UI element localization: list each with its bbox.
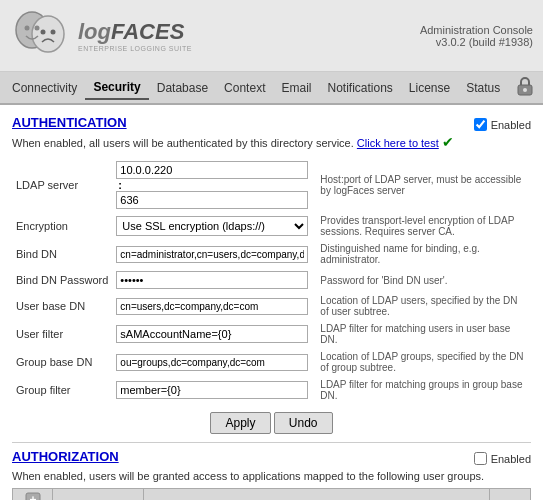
bind-dn-pwd-input[interactable] xyxy=(116,271,308,289)
admin-console-text: Administration Console v3.0.2 (build #19… xyxy=(420,24,533,48)
bind-dn-label: Bind DN xyxy=(12,240,112,268)
authorization-enabled-text: Enabled xyxy=(491,453,531,465)
logo-subtitle: ENTERPRISE LOGGING SUITE xyxy=(78,45,192,52)
ldap-server-inputs: : xyxy=(112,158,312,212)
lock-icon xyxy=(511,72,539,103)
bind-dn-input-cell xyxy=(112,240,312,268)
nav-bar: Connectivity Security Database Context E… xyxy=(0,72,543,105)
svg-point-3 xyxy=(35,26,40,31)
available-groups-col-header: Available groups xyxy=(53,489,144,501)
user-filter-desc: LDAP filter for matching users in user b… xyxy=(312,320,531,348)
nav-notifications[interactable]: Notifications xyxy=(319,77,400,99)
nav-email[interactable]: Email xyxy=(273,77,319,99)
auth-enabled-label[interactable]: Enabled xyxy=(474,118,531,131)
user-filter-input[interactable] xyxy=(116,325,308,343)
nav-context[interactable]: Context xyxy=(216,77,273,99)
nav-database[interactable]: Database xyxy=(149,77,216,99)
group-base-dn-row: Group base DN Location of LDAP groups, s… xyxy=(12,348,531,376)
group-base-dn-input-cell xyxy=(112,348,312,376)
group-base-dn-input[interactable] xyxy=(116,354,308,371)
authorization-title: AUTHORIZATION xyxy=(12,449,119,464)
nav-security[interactable]: Security xyxy=(85,76,148,100)
user-base-dn-input[interactable] xyxy=(116,298,308,315)
groups-table-header-row: + ✎ Available groups Application names. … xyxy=(13,489,531,501)
authorization-enabled-checkbox[interactable] xyxy=(474,452,487,465)
bind-dn-password-row: Bind DN Password Password for 'Bind DN u… xyxy=(12,268,531,292)
group-filter-input[interactable] xyxy=(116,381,308,399)
click-here-link[interactable]: Click here to test xyxy=(357,137,439,149)
header: logFACES ENTERPRISE LOGGING SUITE Admini… xyxy=(0,0,543,72)
authorization-header: AUTHORIZATION Enabled xyxy=(12,449,531,468)
auth-title: AUTHENTICATION xyxy=(12,115,127,130)
svg-point-5 xyxy=(51,30,56,35)
bind-dn-pwd-input-cell xyxy=(112,268,312,292)
ldap-server-label: LDAP server xyxy=(12,158,112,212)
auth-enabled-text: Enabled xyxy=(491,119,531,131)
section-divider xyxy=(12,442,531,443)
delete-col-header: Delete xyxy=(489,489,530,501)
app-names-col-header: Application names. Use comma separator o… xyxy=(143,489,489,501)
authorization-desc: When enabled, users will be granted acce… xyxy=(12,470,531,482)
auth-desc: When enabled, all users will be authenti… xyxy=(12,134,531,150)
logo-text: logFACES ENTERPRISE LOGGING SUITE xyxy=(78,19,192,52)
user-filter-input-cell xyxy=(112,320,312,348)
svg-text:+: + xyxy=(29,493,36,500)
authorization-enabled-label[interactable]: Enabled xyxy=(474,452,531,465)
bind-dn-pwd-desc: Password for 'Bind DN user'. xyxy=(312,268,531,292)
groups-icon-col-header: + ✎ xyxy=(13,489,53,501)
ldap-server-desc: Host:port of LDAP server, must be access… xyxy=(312,158,531,212)
bind-dn-desc: Distinguished name for binding, e.g. adm… xyxy=(312,240,531,268)
auth-buttons: Apply Undo xyxy=(12,412,531,434)
bind-dn-input[interactable] xyxy=(116,246,308,263)
ldap-host-input[interactable] xyxy=(116,161,308,179)
svg-point-2 xyxy=(25,26,30,31)
svg-point-4 xyxy=(41,30,46,35)
user-filter-label: User filter xyxy=(12,320,112,348)
group-base-dn-desc: Location of LDAP groups, specified by th… xyxy=(312,348,531,376)
bind-dn-pwd-label: Bind DN Password xyxy=(12,268,112,292)
encryption-row: Encryption Use SSL encryption (ldaps://)… xyxy=(12,212,531,240)
add-group-icon: + xyxy=(25,492,41,500)
ldap-server-row: LDAP server : Host:port of LDAP server, … xyxy=(12,158,531,212)
group-filter-row: Group filter LDAP filter for matching gr… xyxy=(12,376,531,404)
logo-faces: FACES xyxy=(111,19,184,44)
encryption-select[interactable]: Use SSL encryption (ldaps://) No encrypt… xyxy=(116,216,308,236)
encryption-label: Encryption xyxy=(12,212,112,240)
auth-undo-button[interactable]: Undo xyxy=(274,412,333,434)
encryption-desc: Provides transport-level encryption of L… xyxy=(312,212,531,240)
user-base-dn-label: User base DN xyxy=(12,292,112,320)
user-base-dn-input-cell xyxy=(112,292,312,320)
auth-form-table: LDAP server : Host:port of LDAP server, … xyxy=(12,158,531,404)
user-base-dn-desc: Location of LDAP users, specified by the… xyxy=(312,292,531,320)
user-base-dn-row: User base DN Location of LDAP users, spe… xyxy=(12,292,531,320)
svg-point-1 xyxy=(32,16,64,52)
main-content: AUTHENTICATION Enabled When enabled, all… xyxy=(0,105,543,500)
group-base-dn-label: Group base DN xyxy=(12,348,112,376)
encryption-select-cell: Use SSL encryption (ldaps://) No encrypt… xyxy=(112,212,312,240)
group-filter-label: Group filter xyxy=(12,376,112,404)
logo-icon xyxy=(10,8,70,63)
bind-dn-row: Bind DN Distinguished name for binding, … xyxy=(12,240,531,268)
groups-table: + ✎ Available groups Application names. … xyxy=(12,488,531,500)
ldap-port-input[interactable] xyxy=(116,191,308,209)
user-filter-row: User filter LDAP filter for matching use… xyxy=(12,320,531,348)
authorization-section: AUTHORIZATION Enabled When enabled, user… xyxy=(12,449,531,500)
auth-apply-button[interactable]: Apply xyxy=(210,412,270,434)
logo-area: logFACES ENTERPRISE LOGGING SUITE xyxy=(10,8,192,63)
auth-enabled-checkbox[interactable] xyxy=(474,118,487,131)
checkmark-icon: ✔ xyxy=(442,134,454,150)
authentication-section: AUTHENTICATION Enabled When enabled, all… xyxy=(12,115,531,434)
nav-license[interactable]: License xyxy=(401,77,458,99)
logo-log: log xyxy=(78,19,111,44)
svg-point-7 xyxy=(523,88,527,92)
group-filter-input-cell xyxy=(112,376,312,404)
nav-connectivity[interactable]: Connectivity xyxy=(4,77,85,99)
nav-status[interactable]: Status xyxy=(458,77,508,99)
group-filter-desc: LDAP filter for matching groups in group… xyxy=(312,376,531,404)
